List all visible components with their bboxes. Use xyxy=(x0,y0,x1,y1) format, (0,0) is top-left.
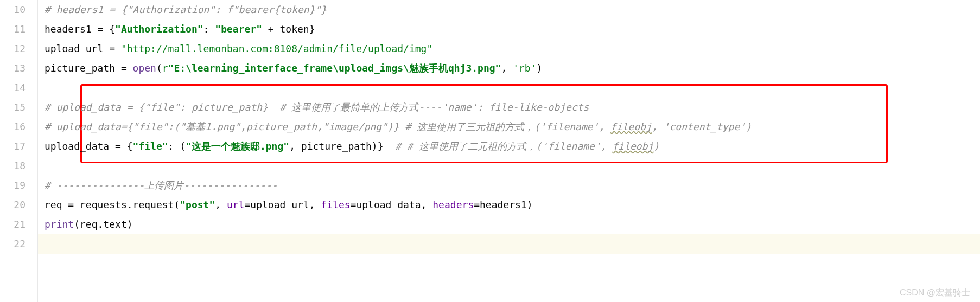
code-line[interactable]: # ---------------上传图片---------------- xyxy=(38,176,980,195)
code-token: picture_path = xyxy=(44,62,133,74)
line-number: 19 xyxy=(0,176,26,195)
code-token: : xyxy=(203,23,215,35)
line-number: 10 xyxy=(0,0,26,20)
code-token: req = requests.request( xyxy=(44,199,180,210)
code-token: headers xyxy=(432,199,474,210)
code-token: "E:\learning_interface_frame\upload_imgs… xyxy=(168,62,501,74)
code-token: upload_url = xyxy=(44,43,121,54)
code-token: "bearer" xyxy=(215,23,262,35)
code-line[interactable] xyxy=(38,234,980,254)
code-token: # headers1 = {"Authorization": f"bearer{… xyxy=(44,4,327,15)
code-line[interactable] xyxy=(38,78,980,98)
code-line[interactable]: headers1 = {"Authorization": "bearer" + … xyxy=(38,20,980,39)
code-token: ) xyxy=(537,62,543,74)
code-token: # upload_data = {"file": picture_path} #… xyxy=(44,101,589,113)
code-token: # # 这里使用了二元祖的方式，('filename', xyxy=(395,140,612,152)
code-token: # ---------------上传图片---------------- xyxy=(44,179,278,191)
code-line[interactable] xyxy=(38,156,980,176)
line-number: 21 xyxy=(0,215,26,234)
code-token: r xyxy=(162,62,168,74)
line-gutter: 10111213141516171819202122 xyxy=(0,0,38,302)
code-token: http://mall.lemonban.com:8108/admin/file… xyxy=(127,43,427,54)
code-token: print xyxy=(44,219,74,230)
code-token: , picture_path)} xyxy=(289,140,395,152)
code-area[interactable]: # headers1 = {"Authorization": f"bearer{… xyxy=(38,0,980,302)
code-token: headers1 = { xyxy=(44,23,115,35)
code-token: open xyxy=(133,62,156,74)
code-line[interactable]: # upload_data={"file":("基基1.png",picture… xyxy=(38,117,980,137)
code-line[interactable]: req = requests.request("post", url=uploa… xyxy=(38,195,980,215)
code-token: ( xyxy=(156,62,162,74)
line-number: 22 xyxy=(0,234,26,254)
code-token: : ( xyxy=(168,140,186,152)
code-editor[interactable]: 10111213141516171819202122 # headers1 = … xyxy=(0,0,980,302)
code-token: 'rb' xyxy=(513,62,536,74)
code-line[interactable]: picture_path = open(r"E:\learning_interf… xyxy=(38,59,980,78)
code-token: "Authorization" xyxy=(115,23,203,35)
code-token: " xyxy=(121,43,127,54)
code-token: + token} xyxy=(262,23,315,35)
code-token: fileobj xyxy=(612,140,653,152)
code-token: fileobj xyxy=(610,121,652,132)
line-number: 13 xyxy=(0,59,26,78)
code-token: , xyxy=(501,62,513,74)
line-number: 12 xyxy=(0,39,26,59)
line-number: 17 xyxy=(0,137,26,156)
line-number: 18 xyxy=(0,156,26,176)
code-token: " xyxy=(427,43,432,54)
code-line[interactable]: upload_data = {"file": ("这是一个魅族邸.png", p… xyxy=(38,137,980,156)
line-number: 14 xyxy=(0,78,26,98)
code-token: =upload_url, xyxy=(244,199,321,210)
code-token: =upload_data, xyxy=(351,199,433,210)
code-token: =headers1) xyxy=(474,199,532,210)
code-token: url xyxy=(227,199,245,210)
code-token: files xyxy=(321,199,350,210)
code-token: # upload_data={"file":("基基1.png",picture… xyxy=(44,121,610,132)
line-number: 16 xyxy=(0,117,26,137)
line-number: 15 xyxy=(0,98,26,117)
code-line[interactable]: upload_url = "http://mall.lemonban.com:8… xyxy=(38,39,980,59)
code-token: "post" xyxy=(180,199,215,210)
watermark: CSDN @宏基骑士 xyxy=(900,287,970,299)
code-token: upload_data = { xyxy=(44,140,133,152)
code-token: , xyxy=(215,199,227,210)
code-token: "这是一个魅族邸.png" xyxy=(186,140,289,152)
code-token: "file" xyxy=(133,140,168,152)
code-line[interactable]: print(req.text) xyxy=(38,215,980,234)
code-line[interactable]: # headers1 = {"Authorization": f"bearer{… xyxy=(38,0,980,20)
line-number: 11 xyxy=(0,20,26,39)
code-token: (req.text) xyxy=(74,219,132,230)
code-line[interactable]: # upload_data = {"file": picture_path} #… xyxy=(38,98,980,117)
line-number: 20 xyxy=(0,195,26,215)
code-token: , 'content_type') xyxy=(652,121,752,132)
code-token: ) xyxy=(653,140,659,152)
